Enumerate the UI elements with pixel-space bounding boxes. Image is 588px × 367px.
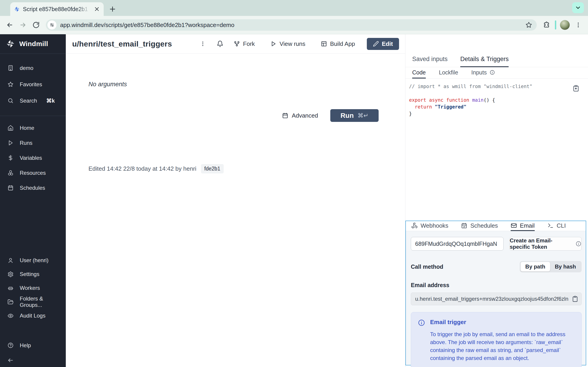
tab-cli-label: CLI [557,222,566,229]
fork-button[interactable]: Fork [226,38,262,50]
edited-info: Edited 14:42 22/8 today at 14:42 by henr… [89,165,196,172]
chevron-down-icon[interactable] [572,2,584,13]
tab-saved-inputs[interactable]: Saved inputs [412,56,448,67]
search-icon [8,98,14,104]
windmill-logo [6,39,15,49]
sidebar-item-label: Resources [20,170,46,176]
tab-details-triggers[interactable]: Details & Triggers [460,56,509,67]
code-viewer: // import * as wmill from "windmill-clie… [405,79,588,117]
email-address-field[interactable]: u.henri.test_email_triggers+mrsw23zlouxg… [411,292,582,305]
no-arguments-text: No arguments [89,81,379,88]
advanced-button[interactable]: Advanced [282,112,318,119]
sidebar-item-runs[interactable]: Runs [0,135,66,150]
browser-menu-icon[interactable] [573,20,583,30]
tab-email[interactable]: Email [511,221,535,231]
run-button[interactable]: Run ⌘↵ [330,109,379,122]
info-box-body: To trigger the job by email, send an ema… [430,330,576,362]
bookmark-star-icon[interactable] [524,20,534,30]
sidebar-item-label: Help [20,342,31,349]
sidebar-item-label: demo [20,65,33,71]
tab-webhooks[interactable]: Webhooks [411,221,448,231]
folder-open-icon [8,299,14,305]
copy-code-icon[interactable] [572,85,579,92]
sidebar-collapse[interactable] [0,353,66,367]
sidebar: Windmill demo Favorites Search [0,34,66,367]
browser-tab[interactable]: Script e857be88e0fde2b1 | W [10,2,104,16]
script-header: u/henri/test_email_triggers Fork [66,34,405,54]
tab-code-label: Code [412,69,426,76]
sidebar-account-group: User (henri) Settings Workers Folders & … [0,253,66,323]
boxes-icon [8,170,14,176]
by-path-option[interactable]: By path [521,262,550,271]
calendar-icon [282,112,288,119]
help-circle-icon [8,342,14,348]
extensions-icon[interactable] [542,20,551,30]
sidebar-item-variables[interactable]: Variables [0,150,66,166]
version-badge[interactable]: fde2b1 [201,164,224,173]
more-options-icon[interactable] [197,38,209,50]
run-label: Run [341,112,354,119]
copy-email-icon[interactable] [572,296,578,302]
edit-button[interactable]: Edit [367,38,399,50]
sidebar-item-label: Folders & Groups... [20,295,66,308]
url-bar[interactable]: app.windmill.dev/scripts/get/e857be88e0f… [46,19,537,31]
sidebar-nav-group: Home Runs Variables Resources [0,116,66,195]
email-trigger-info-box: Email trigger To trigger the job by emai… [411,312,582,367]
tab-close-icon[interactable] [94,6,100,12]
robot-icon [8,285,14,291]
tab-cli[interactable]: CLI [547,221,566,231]
tab-lockfile-label: Lockfile [439,69,458,76]
tab-lockfile[interactable]: Lockfile [439,67,458,79]
sidebar-item-search[interactable]: Search ⌘k [0,93,66,109]
bell-icon[interactable] [214,38,226,50]
reload-icon[interactable] [31,20,41,30]
sidebar-item-folders-groups[interactable]: Folders & Groups... [0,295,66,309]
url-text[interactable]: app.windmill.dev/scripts/get/e857be88e0f… [60,22,520,29]
site-settings-icon[interactable] [47,20,57,30]
build-app-button[interactable]: Build App [313,38,363,50]
profile-avatar[interactable] [560,20,570,30]
create-token-label: Create an Email-specific Token [510,237,572,250]
sidebar-item-favorites[interactable]: Favorites [0,76,66,93]
forward-icon[interactable] [18,20,28,30]
info-circle-icon [418,319,425,362]
email-trigger-content: Create an Email-specific Token Call meth… [406,231,586,367]
view-runs-button[interactable]: View runs [262,38,313,50]
sidebar-item-help[interactable]: Help [0,339,66,352]
info-box-title: Email trigger [430,319,576,326]
by-hash-option[interactable]: By hash [550,262,581,271]
create-email-token-button[interactable]: Create an Email-specific Token [509,237,582,250]
brand-row[interactable]: Windmill [0,34,66,54]
sidebar-item-workers[interactable]: Workers [0,281,66,295]
view-runs-label: View runs [279,40,305,47]
sidebar-item-label: Workers [20,285,40,291]
sidebar-item-user[interactable]: User (henri) [0,253,66,267]
sidebar-item-label: Settings [20,271,40,277]
advanced-label: Advanced [292,112,318,119]
building-icon [8,65,14,71]
sidebar-item-audit-logs[interactable]: Audit Logs [0,309,66,323]
triggers-panel: Webhooks Schedules Email [405,221,586,365]
sidebar-item-label: Runs [20,140,33,146]
sidebar-item-label: Favorites [20,81,42,88]
details-tabbar: Saved inputs Details & Triggers [405,34,588,67]
tab-email-label: Email [520,222,535,229]
edit-label: Edit [382,40,393,47]
tab-schedules[interactable]: Schedules [461,221,498,231]
code-lines: // import * as wmill from "windmill-clie… [409,83,588,117]
tab-title: Script e857be88e0fde2b1 | W [23,6,91,12]
sidebar-item-settings[interactable]: Settings [0,267,66,281]
back-icon[interactable] [5,20,15,30]
tab-code[interactable]: Code [412,67,426,79]
sidebar-item-label: Variables [20,155,42,161]
browser-toolbar: app.windmill.dev/scripts/get/e857be88e0f… [0,16,588,34]
email-token-input[interactable] [411,237,504,250]
new-tab-icon[interactable] [107,4,117,14]
sidebar-item-resources[interactable]: Resources [0,166,66,180]
sidebar-item-home[interactable]: Home [0,121,66,135]
gear-icon [8,271,14,277]
sidebar-item-schedules[interactable]: Schedules [0,180,66,195]
play-icon [270,41,277,47]
tab-inputs[interactable]: Inputs [471,67,495,79]
sidebar-item-workspace[interactable]: demo [0,60,66,76]
